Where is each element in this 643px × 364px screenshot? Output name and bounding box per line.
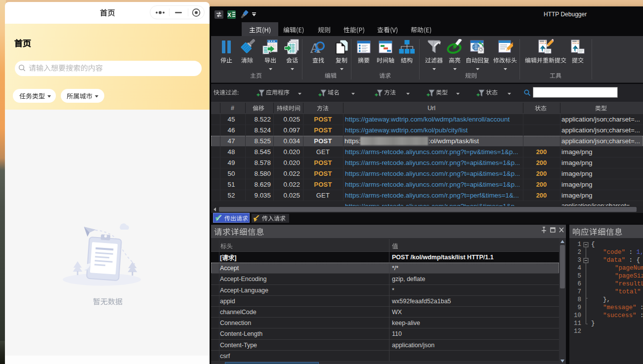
svg-text:X: X bbox=[227, 12, 231, 18]
